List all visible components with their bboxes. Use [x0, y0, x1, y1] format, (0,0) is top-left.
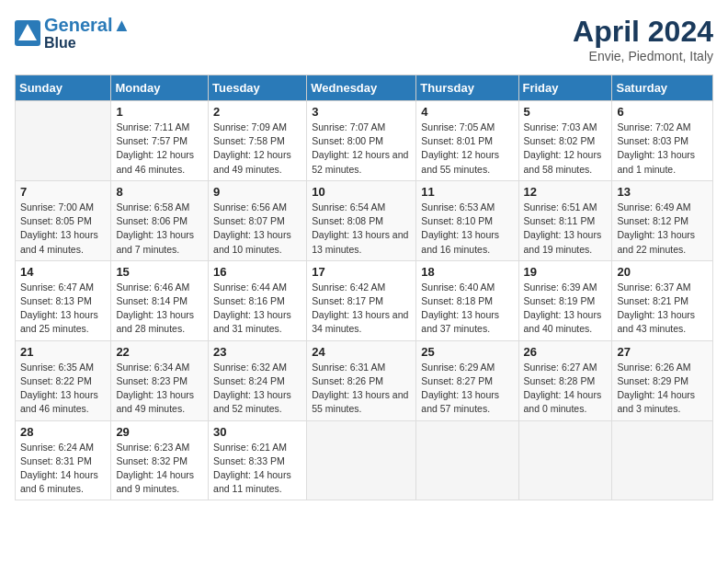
day-info: Sunrise: 6:49 AM Sunset: 8:12 PM Dayligh…	[617, 201, 708, 257]
day-number: 11	[421, 185, 513, 199]
daylight-label: Daylight: 12 hours and 46 minutes.	[116, 149, 194, 174]
day-number: 12	[524, 185, 608, 199]
day-number: 10	[312, 185, 411, 199]
calendar-cell	[416, 420, 518, 500]
day-number: 30	[213, 425, 301, 439]
calendar-cell: 26 Sunrise: 6:27 AM Sunset: 8:28 PM Dayl…	[518, 340, 612, 420]
sunrise-label: Sunrise: 6:23 AM	[116, 442, 189, 453]
day-info: Sunrise: 7:09 AM Sunset: 7:58 PM Dayligh…	[213, 121, 301, 177]
weekday-header-cell: Tuesday	[209, 75, 307, 101]
day-number: 9	[213, 185, 301, 199]
day-number: 1	[116, 105, 203, 119]
sunrise-label: Sunrise: 7:00 AM	[20, 201, 94, 213]
day-number: 4	[421, 105, 513, 119]
daylight-label: Daylight: 13 hours and 7 minutes.	[116, 229, 194, 254]
calendar-cell: 30 Sunrise: 6:21 AM Sunset: 8:33 PM Dayl…	[209, 420, 307, 500]
day-info: Sunrise: 6:47 AM Sunset: 8:13 PM Dayligh…	[20, 281, 106, 337]
sunset-label: Sunset: 8:24 PM	[213, 375, 285, 386]
logo-icon	[15, 20, 40, 46]
sunrise-label: Sunrise: 6:47 AM	[20, 282, 94, 293]
sunset-label: Sunset: 8:00 PM	[312, 135, 383, 146]
daylight-label: Daylight: 12 hours and 58 minutes.	[524, 149, 602, 174]
calendar-cell: 19 Sunrise: 6:39 AM Sunset: 8:19 PM Dayl…	[518, 260, 612, 340]
daylight-label: Daylight: 13 hours and 31 minutes.	[213, 309, 291, 334]
sunrise-label: Sunrise: 6:40 AM	[421, 282, 495, 293]
sunrise-label: Sunrise: 7:11 AM	[116, 121, 189, 132]
title-block: April 2024 Envie, Piedmont, Italy	[573, 15, 713, 63]
day-info: Sunrise: 6:51 AM Sunset: 8:11 PM Dayligh…	[524, 201, 608, 257]
sunset-label: Sunset: 8:18 PM	[421, 295, 493, 306]
daylight-label: Daylight: 13 hours and 4 minutes.	[20, 229, 98, 254]
day-info: Sunrise: 6:54 AM Sunset: 8:08 PM Dayligh…	[312, 201, 411, 257]
weekday-header-cell: Thursday	[416, 75, 518, 101]
day-number: 5	[524, 105, 608, 119]
calendar-cell: 9 Sunrise: 6:56 AM Sunset: 8:07 PM Dayli…	[209, 180, 307, 260]
sunset-label: Sunset: 8:31 PM	[20, 455, 92, 466]
day-number: 19	[524, 265, 608, 279]
calendar-cell: 16 Sunrise: 6:44 AM Sunset: 8:16 PM Dayl…	[209, 260, 307, 340]
calendar-week-row: 28 Sunrise: 6:24 AM Sunset: 8:31 PM Dayl…	[16, 420, 713, 500]
sunrise-label: Sunrise: 6:37 AM	[617, 282, 690, 293]
day-info: Sunrise: 7:07 AM Sunset: 8:00 PM Dayligh…	[312, 121, 411, 177]
day-number: 17	[312, 265, 411, 279]
day-info: Sunrise: 6:40 AM Sunset: 8:18 PM Dayligh…	[421, 281, 513, 337]
day-info: Sunrise: 6:26 AM Sunset: 8:29 PM Dayligh…	[617, 361, 708, 417]
daylight-label: Daylight: 13 hours and 37 minutes.	[421, 309, 499, 334]
calendar-cell: 28 Sunrise: 6:24 AM Sunset: 8:31 PM Dayl…	[16, 420, 111, 500]
daylight-label: Daylight: 12 hours and 55 minutes.	[421, 149, 499, 174]
weekday-header-cell: Monday	[111, 75, 209, 101]
sunrise-label: Sunrise: 7:03 AM	[524, 121, 597, 132]
calendar-cell: 2 Sunrise: 7:09 AM Sunset: 7:58 PM Dayli…	[209, 101, 307, 181]
sunrise-label: Sunrise: 6:21 AM	[213, 442, 287, 453]
day-info: Sunrise: 6:44 AM Sunset: 8:16 PM Dayligh…	[213, 281, 301, 337]
calendar-cell: 1 Sunrise: 7:11 AM Sunset: 7:57 PM Dayli…	[111, 101, 209, 181]
day-info: Sunrise: 6:32 AM Sunset: 8:24 PM Dayligh…	[213, 361, 301, 417]
calendar-cell: 21 Sunrise: 6:35 AM Sunset: 8:22 PM Dayl…	[16, 340, 111, 420]
day-info: Sunrise: 6:53 AM Sunset: 8:10 PM Dayligh…	[421, 201, 513, 257]
daylight-label: Daylight: 13 hours and 19 minutes.	[524, 229, 602, 254]
calendar-cell	[307, 420, 416, 500]
day-number: 3	[312, 105, 411, 119]
logo-text: General▲ Blue	[44, 15, 131, 52]
calendar-cell: 12 Sunrise: 6:51 AM Sunset: 8:11 PM Dayl…	[518, 180, 612, 260]
daylight-label: Daylight: 13 hours and 16 minutes.	[421, 229, 499, 254]
daylight-label: Daylight: 13 hours and 22 minutes.	[617, 229, 695, 254]
day-number: 20	[617, 265, 708, 279]
sunset-label: Sunset: 8:06 PM	[116, 215, 188, 226]
calendar-cell: 4 Sunrise: 7:05 AM Sunset: 8:01 PM Dayli…	[416, 101, 518, 181]
day-info: Sunrise: 6:56 AM Sunset: 8:07 PM Dayligh…	[213, 201, 301, 257]
day-info: Sunrise: 6:37 AM Sunset: 8:21 PM Dayligh…	[617, 281, 708, 337]
sunrise-label: Sunrise: 6:44 AM	[213, 282, 287, 293]
calendar-cell: 14 Sunrise: 6:47 AM Sunset: 8:13 PM Dayl…	[16, 260, 111, 340]
daylight-label: Daylight: 12 hours and 49 minutes.	[213, 149, 291, 174]
sunset-label: Sunset: 8:03 PM	[617, 135, 688, 146]
day-number: 13	[617, 185, 708, 199]
day-number: 18	[421, 265, 513, 279]
calendar-week-row: 14 Sunrise: 6:47 AM Sunset: 8:13 PM Dayl…	[16, 260, 713, 340]
sunset-label: Sunset: 8:23 PM	[116, 375, 188, 386]
calendar-cell: 6 Sunrise: 7:02 AM Sunset: 8:03 PM Dayli…	[612, 101, 713, 181]
day-number: 8	[116, 185, 203, 199]
sunset-label: Sunset: 8:16 PM	[213, 295, 285, 306]
daylight-label: Daylight: 13 hours and 13 minutes.	[312, 229, 408, 254]
sunrise-label: Sunrise: 7:02 AM	[617, 121, 690, 132]
sunrise-label: Sunrise: 6:27 AM	[524, 362, 597, 373]
sunset-label: Sunset: 8:29 PM	[617, 375, 688, 386]
sunset-label: Sunset: 8:26 PM	[312, 375, 383, 386]
calendar-cell: 29 Sunrise: 6:23 AM Sunset: 8:32 PM Dayl…	[111, 420, 209, 500]
sunrise-label: Sunrise: 7:05 AM	[421, 121, 495, 132]
sunset-label: Sunset: 8:28 PM	[524, 375, 596, 386]
daylight-label: Daylight: 13 hours and 49 minutes.	[116, 389, 194, 414]
daylight-label: Daylight: 13 hours and 10 minutes.	[213, 229, 291, 254]
sunrise-label: Sunrise: 6:42 AM	[312, 282, 385, 293]
sunset-label: Sunset: 8:08 PM	[312, 215, 383, 226]
subtitle: Envie, Piedmont, Italy	[573, 49, 713, 63]
logo-line1: General	[44, 15, 112, 35]
sunset-label: Sunset: 8:33 PM	[213, 455, 285, 466]
daylight-label: Daylight: 14 hours and 3 minutes.	[617, 389, 695, 414]
daylight-label: Daylight: 13 hours and 55 minutes.	[312, 389, 408, 414]
sunrise-label: Sunrise: 6:24 AM	[20, 442, 94, 453]
calendar-cell: 11 Sunrise: 6:53 AM Sunset: 8:10 PM Dayl…	[416, 180, 518, 260]
sunset-label: Sunset: 8:17 PM	[312, 295, 383, 306]
sunrise-label: Sunrise: 6:53 AM	[421, 201, 495, 213]
